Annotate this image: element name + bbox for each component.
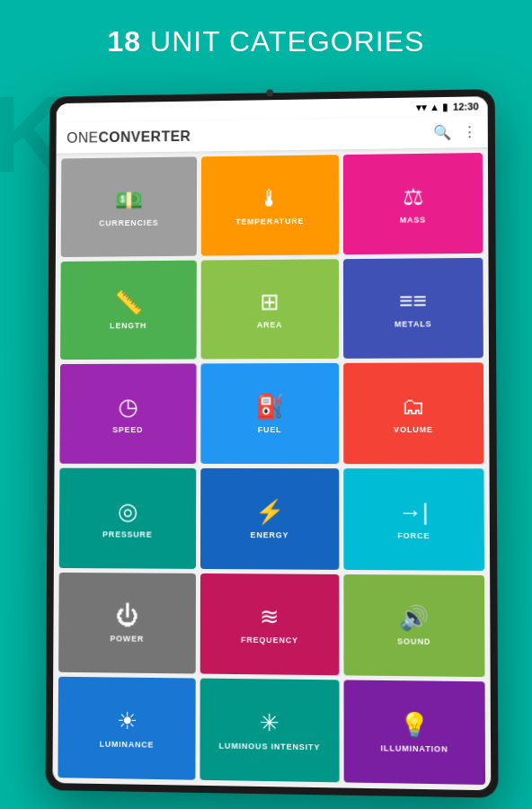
grid-item-metals[interactable]: ≡≡METALS — [343, 257, 483, 359]
power-icon: ⏻ — [115, 602, 138, 630]
device-frame: ▾▾ ▲ ▮ 12:30 ONECONVERTER 🔍 ⋮ 💵CURRENCIE… — [46, 89, 499, 798]
grid-item-area[interactable]: ⊞AREA — [201, 259, 340, 360]
grid-item-energy[interactable]: ⚡ENERGY — [200, 468, 339, 570]
device-screen: ▾▾ ▲ ▮ 12:30 ONECONVERTER 🔍 ⋮ 💵CURRENCIE… — [52, 96, 491, 790]
battery-icon: ▮ — [442, 101, 448, 112]
length-icon: 📏 — [114, 289, 143, 317]
force-label: FORCE — [397, 531, 430, 540]
speed-icon: ◷ — [118, 394, 138, 422]
volume-icon: 🗂 — [402, 393, 425, 421]
temperature-icon: 🌡 — [258, 184, 281, 212]
area-label: AREA — [257, 321, 283, 330]
grid-item-force[interactable]: →|FORCE — [343, 468, 484, 570]
force-icon: →| — [399, 498, 429, 526]
frequency-label: FREQUENCY — [241, 636, 298, 645]
energy-icon: ⚡ — [255, 498, 284, 526]
power-label: POWER — [110, 635, 144, 644]
page-title: 18 UNIT CATEGORIES — [108, 0, 425, 76]
grid-item-currencies[interactable]: 💵CURRENCIES — [61, 156, 197, 256]
time-display: 12:30 — [453, 101, 478, 111]
grid-item-speed[interactable]: ◷SPEED — [59, 364, 196, 464]
currencies-label: CURRENCIES — [99, 218, 158, 228]
luminous-intensity-label: LUMINOUS INTENSITY — [219, 742, 321, 752]
currencies-icon: 💵 — [115, 186, 143, 214]
frequency-icon: ≋ — [260, 603, 279, 631]
luminous-intensity-icon: ✳ — [260, 709, 279, 738]
grid-item-fuel[interactable]: ⛽FUEL — [200, 363, 339, 464]
grid-item-luminance[interactable]: ☀LUMINANCE — [58, 677, 195, 780]
wifi-icon: ▾▾ — [416, 102, 427, 113]
grid-item-temperature[interactable]: 🌡TEMPERATURE — [201, 155, 339, 255]
illumination-icon: 💡 — [400, 711, 430, 740]
volume-label: VOLUME — [394, 425, 433, 434]
grid-item-frequency[interactable]: ≋FREQUENCY — [200, 573, 340, 676]
app-title: ONECONVERTER — [66, 129, 191, 147]
pressure-icon: ◎ — [117, 497, 137, 525]
menu-button[interactable]: ⋮ — [462, 123, 476, 140]
fuel-label: FUEL — [258, 425, 282, 434]
luminance-icon: ☀ — [116, 707, 137, 736]
mass-icon: ⚖ — [403, 183, 423, 211]
area-icon: ⊞ — [260, 289, 279, 316]
energy-label: ENERGY — [251, 530, 289, 539]
fuel-icon: ⛽ — [255, 393, 284, 421]
camera — [266, 89, 273, 96]
grid-item-mass[interactable]: ⚖MASS — [343, 153, 483, 254]
grid-item-volume[interactable]: 🗂VOLUME — [343, 363, 483, 465]
luminance-label: LUMINANCE — [99, 740, 154, 750]
length-label: LENGTH — [110, 322, 146, 331]
metals-icon: ≡≡ — [399, 288, 427, 316]
sound-label: SOUND — [397, 637, 430, 647]
grid-item-pressure[interactable]: ◎PRESSURE — [59, 468, 197, 569]
grid-item-illumination[interactable]: 💡ILLUMINATION — [344, 680, 486, 785]
categories-grid: 💵CURRENCIES🌡TEMPERATURE⚖MASS📏LENGTH⊞AREA… — [52, 147, 491, 790]
signal-icon: ▲ — [430, 102, 439, 112]
grid-item-sound[interactable]: 🔊SOUND — [343, 574, 484, 678]
illumination-label: ILLUMINATION — [381, 743, 448, 753]
search-button[interactable]: 🔍 — [433, 124, 451, 141]
speed-label: SPEED — [112, 425, 143, 434]
sound-icon: 🔊 — [399, 604, 429, 633]
mass-label: MASS — [400, 215, 426, 224]
metals-label: METALS — [395, 320, 432, 329]
temperature-label: TEMPERATURE — [235, 217, 304, 227]
grid-item-luminous-intensity[interactable]: ✳LUMINOUS INTENSITY — [200, 679, 339, 782]
pressure-label: PRESSURE — [102, 529, 152, 538]
grid-item-power[interactable]: ⏻POWER — [58, 573, 196, 674]
grid-item-length[interactable]: 📏LENGTH — [60, 260, 197, 360]
